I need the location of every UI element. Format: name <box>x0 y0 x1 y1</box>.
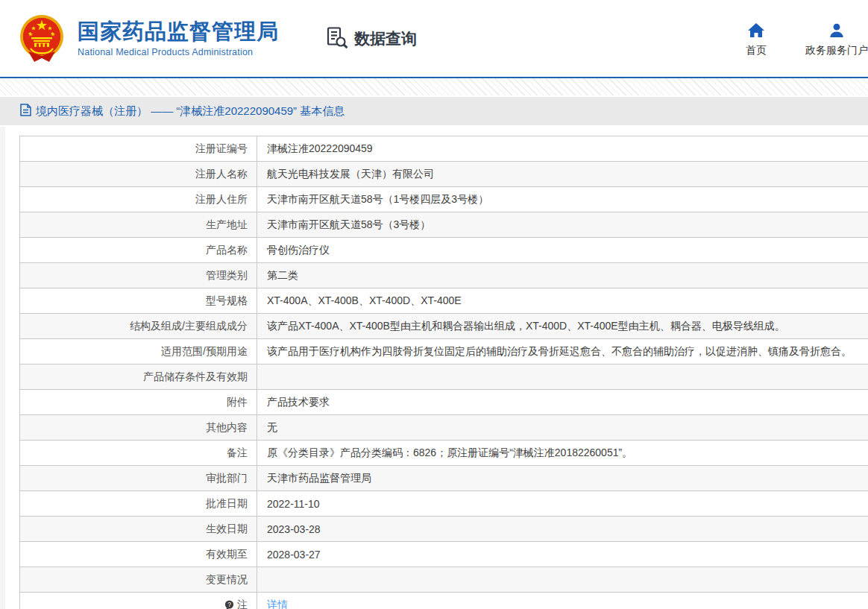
table-row: 备注 原《分类目录》产品分类编码：6826；原注册证编号“津械注准2018226… <box>20 441 868 466</box>
field-value: 航天光电科技发展（天津）有限公司 <box>257 162 868 186</box>
table-row: 适用范围/预期用途 该产品用于医疗机构作为四肢骨折复位固定后的辅助治疗及骨折延迟… <box>20 339 868 365</box>
data-query-label: 数据查询 <box>354 28 417 49</box>
national-emblem-icon <box>18 14 66 63</box>
table-row: 注册证编号 津械注准20222090459 <box>20 136 868 162</box>
field-value: 该产品用于医疗机构作为四肢骨折复位固定后的辅助治疗及骨折延迟愈合、不愈合的辅助治… <box>257 339 868 364</box>
table-row: 附件 产品技术要求 <box>20 390 868 415</box>
table-row: 产品名称 骨创伤治疗仪 <box>20 238 868 263</box>
breadcrumb: 境内医疗器械（注册） —— “津械注准20222090459” 基本信息 <box>0 97 868 125</box>
field-value <box>257 365 868 389</box>
field-label: 产品储存条件及有效期 <box>143 370 248 384</box>
field-value: 第二类 <box>257 263 868 288</box>
field-label: 结构及组成/主要组成成分 <box>130 320 248 333</box>
field-value: 津械注准20222090459 <box>257 136 868 161</box>
table-row: 生产地址 天津市南开区航天道58号（3号楼） <box>20 212 868 238</box>
nav-item-portal[interactable]: 政务服务门户 <box>805 23 868 57</box>
data-query-section[interactable]: 数据查询 <box>325 25 417 52</box>
header-nav: 首页 政务服务门户 <box>746 23 868 57</box>
field-label: 管理类别 <box>206 269 248 283</box>
field-label: 生产地址 <box>206 218 248 232</box>
field-label-cell: 其他内容 <box>20 415 257 440</box>
field-label: 变更情况 <box>206 573 248 587</box>
field-label-cell: ? 注 <box>20 593 257 609</box>
agency-name-zh: 国家药品监督管理局 <box>78 19 279 44</box>
field-label-cell: 审批部门 <box>20 466 257 490</box>
field-label: 注册人名称 <box>195 168 248 181</box>
user-icon <box>829 23 844 40</box>
hatch-separator <box>0 78 868 95</box>
agency-title-block: 国家药品监督管理局 National Medical Products Admi… <box>78 19 279 57</box>
doc-search-icon <box>325 25 349 52</box>
field-label: 生效日期 <box>206 523 248 536</box>
nav-portal-label: 政务服务门户 <box>805 44 868 57</box>
field-label: 审批部门 <box>206 472 248 485</box>
table-row: 型号规格 XT-400A、XT-400B、XT-400D、XT-400E <box>20 288 868 314</box>
site-header: 国家药品监督管理局 National Medical Products Admi… <box>0 0 868 78</box>
field-value: 2028-03-27 <box>257 542 868 567</box>
table-row: 其他内容 无 <box>20 415 868 441</box>
field-value: 2023-03-28 <box>257 517 868 541</box>
table-row: 生效日期 2023-03-28 <box>20 517 868 542</box>
field-label-cell: 批准日期 <box>20 491 257 516</box>
field-label: 适用范围/预期用途 <box>161 345 248 359</box>
document-icon <box>20 104 31 119</box>
field-value: 天津市南开区航天道58号（1号楼四层及3号楼） <box>257 187 868 212</box>
field-label: 有效期至 <box>206 548 248 561</box>
field-value: 骨创伤治疗仪 <box>257 238 868 262</box>
field-value: 2022-11-10 <box>257 491 868 516</box>
field-label-cell: 备注 <box>20 441 257 465</box>
breadcrumb-text: 境内医疗器械（注册） —— “津械注准20222090459” 基本信息 <box>36 104 345 119</box>
field-value: XT-400A、XT-400B、XT-400D、XT-400E <box>257 288 868 313</box>
field-value: 该产品XT-400A、XT-400B型由主机和耦合器输出组成，XT-400D、X… <box>257 314 868 338</box>
table-row: 管理类别 第二类 <box>20 263 868 288</box>
info-table: 注册证编号 津械注准20222090459 注册人名称 航天光电科技发展（天津）… <box>19 136 868 609</box>
field-label-cell: 注册证编号 <box>20 136 257 161</box>
field-label-cell: 适用范围/预期用途 <box>20 339 257 364</box>
note-icon: ? <box>224 600 234 609</box>
field-label-cell: 产品储存条件及有效期 <box>20 365 257 389</box>
field-value <box>257 567 868 592</box>
field-label-cell: 注册人住所 <box>20 187 257 212</box>
table-row: 批准日期 2022-11-10 <box>20 491 868 517</box>
field-value: 天津市药品监督管理局 <box>257 466 868 490</box>
field-label: 批准日期 <box>206 497 248 511</box>
field-label: 型号规格 <box>206 294 248 308</box>
nav-home-label: 首页 <box>746 44 767 57</box>
field-label: 注 <box>237 599 248 609</box>
detail-link[interactable]: 详情 <box>257 593 868 609</box>
field-label-cell: 型号规格 <box>20 288 257 313</box>
field-label: 其他内容 <box>206 421 248 435</box>
field-label: 备注 <box>227 447 248 460</box>
main-content: 注册证编号 津械注准20222090459 注册人名称 航天光电科技发展（天津）… <box>0 125 868 609</box>
table-row: 产品储存条件及有效期 <box>20 365 868 390</box>
table-row: 变更情况 <box>20 567 868 593</box>
field-label-cell: 有效期至 <box>20 542 257 567</box>
field-label-cell: 生效日期 <box>20 517 257 541</box>
table-row: 注册人名称 航天光电科技发展（天津）有限公司 <box>20 162 868 187</box>
field-label-cell: 生产地址 <box>20 212 257 237</box>
field-label-cell: 附件 <box>20 390 257 414</box>
field-value: 产品技术要求 <box>257 390 868 414</box>
field-label: 注册人住所 <box>195 193 248 206</box>
table-row: 结构及组成/主要组成成分 该产品XT-400A、XT-400B型由主机和耦合器输… <box>20 314 868 339</box>
svg-text:?: ? <box>227 601 231 608</box>
field-label: 产品名称 <box>206 244 248 257</box>
home-icon <box>748 23 764 40</box>
field-label-cell: 产品名称 <box>20 238 257 262</box>
table-row: 注册人住所 天津市南开区航天道58号（1号楼四层及3号楼） <box>20 187 868 212</box>
field-label: 注册证编号 <box>195 142 248 156</box>
table-row: 有效期至 2028-03-27 <box>20 542 868 567</box>
field-value: 天津市南开区航天道58号（3号楼） <box>257 212 868 237</box>
table-row: 审批部门 天津市药品监督管理局 <box>20 466 868 491</box>
field-label: 附件 <box>227 396 248 409</box>
field-label-cell: 注册人名称 <box>20 162 257 186</box>
field-label-cell: 结构及组成/主要组成成分 <box>20 314 257 338</box>
table-row: ? 注 详情 <box>20 593 868 609</box>
field-value: 原《分类目录》产品分类编码：6826；原注册证编号“津械注准2018226005… <box>257 441 868 465</box>
field-label-cell: 变更情况 <box>20 567 257 592</box>
field-label-cell: 管理类别 <box>20 263 257 288</box>
agency-name-en: National Medical Products Administration <box>78 47 279 57</box>
nav-item-home[interactable]: 首页 <box>746 23 767 57</box>
field-value: 无 <box>257 415 868 440</box>
